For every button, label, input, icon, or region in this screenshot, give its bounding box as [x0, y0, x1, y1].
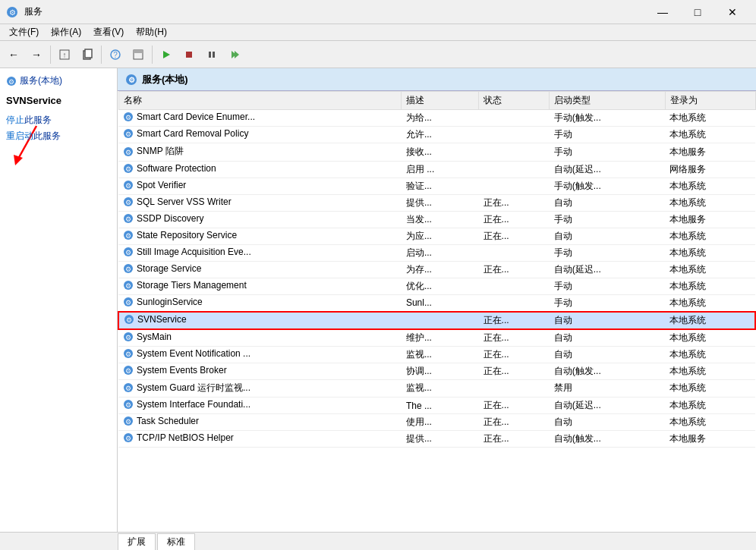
service-icon: ⚙	[123, 365, 134, 376]
service-startup-cell: 手动(触发...	[550, 178, 666, 194]
start-button[interactable]	[156, 44, 177, 65]
properties-button[interactable]: ?	[105, 44, 126, 65]
service-name-cell: ⚙SQL Server VSS Writer	[118, 194, 402, 211]
service-desc-cell: 验证...	[402, 178, 479, 194]
stop-button[interactable]	[178, 44, 200, 65]
table-row[interactable]: ⚙Smart Card Device Enumer...为给...手动(触发..…	[118, 110, 755, 127]
menu-action[interactable]: 操作(A)	[45, 24, 87, 40]
svg-text:⚙: ⚙	[125, 367, 131, 375]
app-icon: ⚙	[6, 6, 18, 18]
service-name-cell: ⚙SVNService	[118, 312, 402, 329]
service-table[interactable]: 名称 描述 状态 启动类型 登录为 ⚙Smart Card Device Enu…	[118, 91, 756, 532]
back-button[interactable]: ←	[3, 44, 24, 65]
toolbar-separator-1	[50, 46, 51, 64]
table-row[interactable]: ⚙System Event Notification ...监视...正在...…	[118, 346, 755, 363]
pause-button[interactable]	[201, 44, 222, 65]
svg-text:⚙: ⚙	[125, 114, 131, 121]
table-row[interactable]: ⚙SSDP Discovery当发...正在...手动本地服务	[118, 211, 755, 228]
service-status-cell: 正在...	[479, 398, 550, 414]
service-name-cell: ⚙Smart Card Removal Policy	[118, 127, 402, 143]
service-name-cell: ⚙System Events Broker	[118, 363, 402, 379]
svg-rect-11	[186, 52, 192, 58]
table-row[interactable]: ⚙Storage Service为存...正在...自动(延迟...本地系统	[118, 261, 755, 278]
table-row[interactable]: ⚙State Repository Service为应...正在...自动本地系…	[118, 228, 755, 244]
service-desc-cell: 监视...	[402, 379, 479, 398]
service-startup-cell: 手动(触发...	[550, 110, 666, 127]
service-desc-cell: 接收...	[402, 143, 479, 162]
services-icon: ⚙	[6, 76, 17, 86]
service-startup-cell: 自动(延迟...	[550, 398, 666, 414]
table-row[interactable]: ⚙Smart Card Removal Policy允许...手动本地系统	[118, 127, 755, 143]
svg-text:⚙: ⚙	[125, 266, 131, 273]
service-desc-cell: 提供...	[402, 431, 479, 448]
svg-rect-5	[85, 49, 92, 58]
table-row[interactable]: ⚙SQL Server VSS Writer提供...正在...自动本地系统	[118, 194, 755, 211]
minimize-button[interactable]: —	[645, 0, 680, 24]
service-login-cell: 本地系统	[665, 127, 755, 143]
table-row[interactable]: ⚙Storage Tiers Management优化...手动本地系统	[118, 278, 755, 294]
menu-help[interactable]: 帮助(H)	[130, 24, 173, 40]
table-row[interactable]: ⚙SysMain维护...正在...自动本地系统	[118, 329, 755, 347]
table-row[interactable]: ⚙Spot Verifier验证...手动(触发...本地系统	[118, 178, 755, 194]
table-row[interactable]: ⚙System Events Broker协调...正在...自动(触发...本…	[118, 363, 755, 379]
table-row[interactable]: ⚙System Guard 运行时监视...监视...禁用本地系统	[118, 379, 755, 398]
service-desc-cell: 启用 ...	[402, 161, 479, 178]
table-row[interactable]: ⚙Task Scheduler使用...正在...自动本地系统	[118, 414, 755, 431]
table-row[interactable]: ⚙Still Image Acquisition Eve...启动...手动本地…	[118, 244, 755, 261]
service-icon: ⚙	[123, 399, 134, 410]
table-row[interactable]: ⚙SunloginServiceSunl...手动本地系统	[118, 294, 755, 312]
close-button[interactable]: ✕	[715, 0, 750, 24]
service-status-cell: 正在...	[479, 431, 550, 448]
view-button[interactable]	[128, 44, 149, 65]
table-row[interactable]: ⚙Software Protection启用 ...自动(延迟...网络服务	[118, 161, 755, 178]
svg-text:⚙: ⚙	[125, 165, 131, 173]
service-name-cell: ⚙SNMP 陷阱	[118, 143, 402, 162]
restart-button[interactable]	[224, 44, 245, 65]
col-header-name[interactable]: 名称	[118, 92, 402, 110]
service-startup-cell: 禁用	[550, 379, 666, 398]
table-row[interactable]: ⚙TCP/IP NetBIOS Helper提供...正在...自动(触发...…	[118, 431, 755, 448]
svg-text:⚙: ⚙	[126, 316, 132, 324]
tab-expand[interactable]: 扩展	[118, 533, 156, 550]
maximize-button[interactable]: □	[680, 0, 715, 24]
service-name-cell: ⚙System Interface Foundati...	[118, 398, 402, 414]
window-controls: — □ ✕	[645, 0, 750, 24]
table-row[interactable]: ⚙System Interface Foundati...The ...正在..…	[118, 398, 755, 414]
forward-button[interactable]: →	[26, 44, 47, 65]
service-status-cell: 正在...	[479, 194, 550, 211]
service-icon: ⚙	[123, 247, 134, 257]
table-row[interactable]: ⚙SVNService正在...自动本地系统	[118, 312, 755, 329]
up-button[interactable]: ↑	[54, 44, 75, 65]
svg-text:?: ?	[113, 51, 118, 59]
svg-text:⚙: ⚙	[8, 78, 14, 86]
svg-text:⚙: ⚙	[125, 182, 131, 190]
service-icon: ⚙	[123, 180, 134, 190]
service-startup-cell: 自动(触发...	[550, 431, 666, 448]
service-name-cell: ⚙Software Protection	[118, 161, 402, 178]
col-header-login[interactable]: 登录为	[665, 92, 755, 110]
service-startup-cell: 手动	[550, 127, 666, 143]
svg-text:⚙: ⚙	[125, 385, 131, 392]
col-header-startup[interactable]: 启动类型	[550, 92, 666, 110]
restart-service-link[interactable]: 重启动此服务	[6, 130, 111, 143]
service-login-cell: 本地系统	[665, 312, 755, 329]
menu-view[interactable]: 查看(V)	[87, 24, 130, 40]
service-desc-cell: 为存...	[402, 261, 479, 278]
service-status-cell	[479, 110, 550, 127]
service-icon: ⚙	[123, 263, 134, 274]
col-header-status[interactable]: 状态	[479, 92, 550, 110]
tab-standard[interactable]: 标准	[157, 533, 195, 550]
arrow-area: 重启动此服务	[6, 130, 111, 175]
svg-rect-13	[213, 52, 215, 58]
service-icon: ⚙	[123, 348, 134, 359]
toolbar-separator-3	[152, 46, 153, 64]
service-startup-cell: 自动	[550, 414, 666, 431]
table-row[interactable]: ⚙SNMP 陷阱接收...手动本地服务	[118, 143, 755, 162]
sidebar-header: ⚙ 服务(本地)	[6, 74, 111, 87]
menu-file[interactable]: 文件(F)	[3, 24, 45, 40]
col-header-desc[interactable]: 描述	[402, 92, 479, 110]
svg-text:⚙: ⚙	[125, 232, 131, 240]
service-icon: ⚙	[123, 163, 134, 174]
service-login-cell: 网络服务	[665, 161, 755, 178]
copy-button[interactable]	[77, 44, 98, 65]
